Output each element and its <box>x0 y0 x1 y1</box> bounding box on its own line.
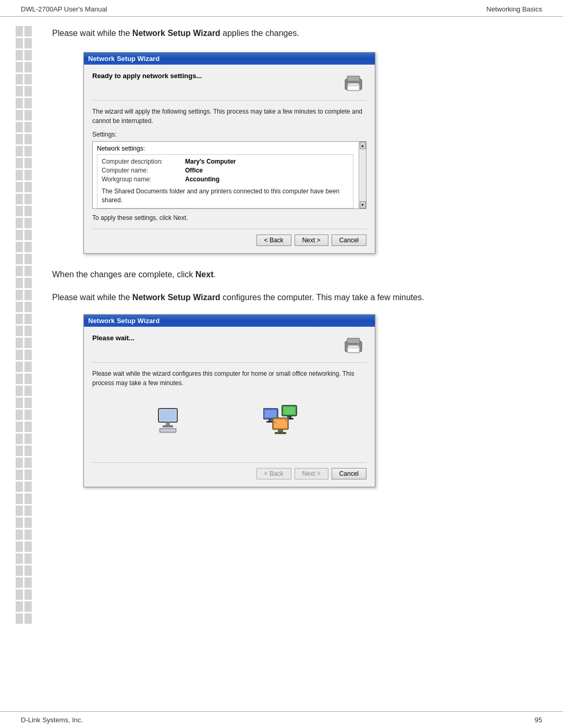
dialog1-body: Ready to apply network settings... <box>84 65 375 253</box>
back-button-2: < Back <box>256 468 291 479</box>
svg-rect-28 <box>278 429 283 432</box>
dialog1-header-row: Ready to apply network settings... <box>92 72 366 101</box>
dialog2-subtitle: Please wait... <box>92 334 134 342</box>
company-name: D-Link Systems, Inc. <box>21 716 83 724</box>
svg-rect-7 <box>347 338 360 343</box>
desc-key: Computer description: <box>102 158 175 165</box>
name-key: Computer name: <box>102 167 175 174</box>
cancel-button-1[interactable]: Cancel <box>332 235 366 246</box>
second-rest: configures the computer. This may take a… <box>221 293 424 302</box>
svg-rect-11 <box>348 346 359 347</box>
svg-rect-17 <box>161 429 175 431</box>
settings-row-name: Computer name: Office <box>102 167 349 174</box>
dialog2-titlebar: Network Setup Wizard <box>84 315 375 327</box>
back-button-1[interactable]: < Back <box>256 235 291 246</box>
workgroup-key: Workgroup name: <box>102 176 175 183</box>
after-end: . <box>214 270 216 279</box>
dialog1-buttons: < Back Next > Cancel <box>92 229 366 246</box>
next-button-2: Next > <box>295 468 328 479</box>
next-button-1[interactable]: Next > <box>295 235 328 246</box>
svg-point-4 <box>358 81 360 83</box>
second-intro-paragraph: Please wait while the Network Setup Wiza… <box>52 291 542 304</box>
single-computer-icon <box>154 406 181 438</box>
desc-val: Mary's Computer <box>185 158 236 165</box>
after-bold: Next <box>195 270 214 279</box>
second-bold: Network Setup Wizard <box>132 293 221 302</box>
wait-icons-row <box>92 393 366 452</box>
page-number: 95 <box>535 716 542 724</box>
dialog2-body-text: Please wait while the wizard configures … <box>92 369 366 388</box>
svg-rect-14 <box>166 422 170 425</box>
workgroup-val: Accounting <box>185 176 219 183</box>
network-icon-2 <box>340 334 366 357</box>
svg-rect-3 <box>348 87 359 90</box>
network-printer-icon <box>340 72 366 95</box>
dialog1-body-text: The wizard will apply the following sett… <box>92 107 366 126</box>
dialog1-title: Network Setup Wizard <box>88 55 160 63</box>
svg-rect-15 <box>163 425 173 427</box>
svg-rect-9 <box>348 349 359 352</box>
manual-title: DWL-2700AP User's Manual <box>21 5 107 13</box>
page-footer: D-Link Systems, Inc. 95 <box>0 711 563 728</box>
dialog2-title: Network Setup Wizard <box>88 317 160 325</box>
main-content: Please wait while the Network Setup Wiza… <box>52 17 542 533</box>
intro-text-before: Please wait while the <box>52 29 132 38</box>
intro-text-after: applies the changes. <box>221 29 299 38</box>
dialog1: Network Setup Wizard Ready to apply netw… <box>83 52 375 254</box>
page-header: DWL-2700AP User's Manual Networking Basi… <box>0 0 563 17</box>
scroll-up-arrow[interactable]: ▲ <box>360 142 366 149</box>
settings-row-workgroup: Workgroup name: Accounting <box>102 176 349 183</box>
shared-note: The Shared Documents folder and any prin… <box>102 187 349 205</box>
intro-bold: Network Setup Wizard <box>132 29 221 38</box>
settings-row-desc: Computer description: Mary's Computer <box>102 158 349 165</box>
second-intro-text: Please wait while the <box>52 293 132 302</box>
scroll-down-arrow[interactable]: ▼ <box>360 201 366 208</box>
dialog2-body: Please wait... Please wait while the wiz… <box>84 327 375 487</box>
after-dialog-text: When the changes are complete, click Nex… <box>52 268 542 281</box>
apply-text: To apply these settings, click Next. <box>92 214 366 221</box>
after-text: When the changes are complete, click <box>52 270 195 279</box>
settings-header-label: Settings: <box>92 131 366 138</box>
dialog2-header-row: Please wait... <box>92 334 366 363</box>
name-val: Office <box>185 167 203 174</box>
svg-rect-29 <box>275 432 286 434</box>
svg-rect-19 <box>265 410 276 417</box>
scroll-track <box>359 149 366 201</box>
network-computers-icon <box>263 403 305 441</box>
cancel-button-2[interactable]: Cancel <box>332 468 366 479</box>
intro-paragraph: Please wait while the Network Setup Wiza… <box>52 27 542 40</box>
svg-point-10 <box>358 343 360 345</box>
svg-rect-13 <box>160 410 176 421</box>
svg-rect-27 <box>274 419 287 428</box>
left-decoration <box>16 26 34 702</box>
dialog2: Network Setup Wizard Please wait... <box>83 314 375 487</box>
dialog2-buttons: < Back Next > Cancel <box>92 462 366 479</box>
settings-box: Network settings: Computer description: … <box>92 141 366 209</box>
svg-rect-1 <box>347 76 360 81</box>
svg-rect-5 <box>348 83 359 85</box>
svg-rect-23 <box>284 407 295 414</box>
dialog1-subtitle: Ready to apply network settings... <box>92 72 202 80</box>
scrollbar[interactable]: ▲ ▼ <box>359 142 366 208</box>
network-settings-label: Network settings: <box>97 145 353 152</box>
section-title: Networking Basics <box>486 5 542 13</box>
dialog1-titlebar: Network Setup Wizard <box>84 53 375 65</box>
